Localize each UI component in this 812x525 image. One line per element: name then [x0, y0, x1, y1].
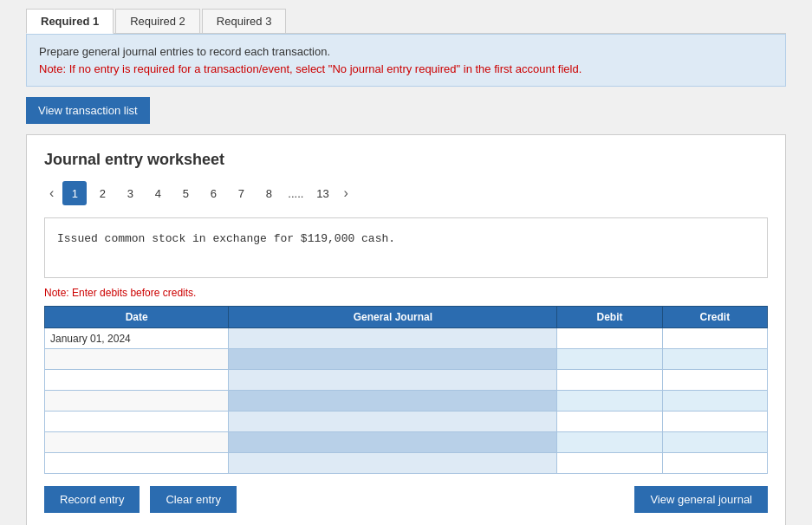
credit-cell[interactable]	[662, 370, 767, 391]
date-cell	[45, 370, 229, 391]
credit-cell[interactable]	[662, 453, 767, 474]
table-row	[45, 453, 768, 474]
debit-input-3[interactable]	[562, 374, 656, 386]
col-credit: Credit	[662, 307, 767, 328]
gj-cell[interactable]	[229, 412, 557, 432]
col-debit: Debit	[557, 307, 662, 328]
credit-cell[interactable]	[662, 412, 767, 432]
debit-input-4[interactable]	[562, 395, 656, 407]
table-row: January 01, 2024	[45, 328, 768, 349]
date-cell	[45, 432, 229, 453]
debit-input-7[interactable]	[562, 457, 656, 470]
tab-bar: Required 1 Required 2 Required 3	[26, 9, 786, 34]
table-row	[45, 412, 768, 432]
credit-input-5[interactable]	[668, 416, 762, 428]
table-row	[45, 432, 768, 453]
credit-input-7[interactable]	[668, 457, 762, 470]
gj-input-2[interactable]	[234, 353, 551, 366]
debit-input-1[interactable]	[562, 333, 656, 345]
table-row	[45, 391, 768, 412]
worksheet-card: Journal entry worksheet ‹ 1 2 3 4 5 6 7 …	[26, 134, 786, 525]
gj-cell[interactable]	[229, 391, 557, 412]
gj-cell[interactable]	[229, 432, 557, 453]
table-row	[45, 370, 768, 391]
page-ellipsis: .....	[284, 185, 307, 202]
action-buttons: Record entry Clear entry View general jo…	[44, 486, 768, 513]
gj-input-4[interactable]	[234, 395, 551, 407]
debit-input-6[interactable]	[562, 437, 656, 449]
credit-input-2[interactable]	[668, 353, 762, 366]
credit-input-6[interactable]	[668, 437, 762, 449]
col-date: Date	[45, 307, 229, 328]
page-1[interactable]: 1	[62, 181, 87, 205]
debit-input-2[interactable]	[562, 353, 656, 366]
credit-input-1[interactable]	[668, 333, 762, 345]
tab-required-1[interactable]: Required 1	[26, 9, 114, 34]
gj-input-5[interactable]	[234, 416, 551, 428]
debit-cell[interactable]	[557, 328, 662, 349]
page-8[interactable]: 8	[257, 181, 281, 205]
gj-cell[interactable]	[229, 349, 557, 370]
worksheet-title: Journal entry worksheet	[44, 151, 768, 169]
gj-input-1[interactable]	[234, 333, 551, 345]
transaction-description: Issued common stock in exchange for $119…	[44, 217, 768, 278]
credit-input-4[interactable]	[668, 395, 762, 407]
page-13[interactable]: 13	[310, 181, 335, 205]
page-2[interactable]: 2	[90, 181, 114, 205]
gj-input-6[interactable]	[234, 437, 551, 449]
instruction-box: Prepare general journal entries to recor…	[26, 34, 786, 87]
instruction-line1: Prepare general journal entries to recor…	[39, 43, 773, 61]
debit-cell[interactable]	[557, 412, 662, 432]
date-cell	[45, 391, 229, 412]
page-7[interactable]: 7	[229, 181, 253, 205]
gj-cell[interactable]	[229, 453, 557, 474]
view-general-journal-button[interactable]: View general journal	[634, 486, 768, 513]
tab-required-3[interactable]: Required 3	[202, 9, 287, 33]
date-cell: January 01, 2024	[45, 328, 229, 349]
clear-entry-button[interactable]: Clear entry	[150, 486, 237, 513]
debit-cell[interactable]	[557, 391, 662, 412]
gj-input-3[interactable]	[234, 374, 551, 386]
gj-cell[interactable]	[229, 328, 557, 349]
debit-input-5[interactable]	[562, 416, 656, 428]
instruction-line2: Note: If no entry is required for a tran…	[39, 61, 773, 78]
page-4[interactable]: 4	[146, 181, 170, 205]
date-cell	[45, 453, 229, 474]
pagination: ‹ 1 2 3 4 5 6 7 8 ..... 13 ›	[44, 181, 768, 205]
col-general-journal: General Journal	[229, 307, 557, 328]
credit-input-3[interactable]	[668, 374, 762, 386]
date-cell	[45, 412, 229, 432]
page-3[interactable]: 3	[118, 181, 142, 205]
note-text: Note: Enter debits before credits.	[44, 287, 768, 299]
table-row	[45, 349, 768, 370]
debit-cell[interactable]	[557, 349, 662, 370]
credit-cell[interactable]	[662, 349, 767, 370]
credit-cell[interactable]	[662, 328, 767, 349]
view-transaction-button[interactable]: View transaction list	[26, 97, 150, 124]
credit-cell[interactable]	[662, 432, 767, 453]
debit-cell[interactable]	[557, 370, 662, 391]
tab-required-2[interactable]: Required 2	[115, 9, 200, 33]
page-6[interactable]: 6	[201, 181, 225, 205]
date-cell	[45, 349, 229, 370]
prev-page-button[interactable]: ‹	[44, 184, 59, 203]
gj-input-7[interactable]	[234, 457, 551, 470]
record-entry-button[interactable]: Record entry	[44, 486, 140, 513]
debit-cell[interactable]	[557, 453, 662, 474]
debit-cell[interactable]	[557, 432, 662, 453]
credit-cell[interactable]	[662, 391, 767, 412]
journal-table: Date General Journal Debit Credit Januar…	[44, 306, 768, 474]
page-5[interactable]: 5	[173, 181, 198, 205]
next-page-button[interactable]: ›	[338, 184, 353, 203]
gj-cell[interactable]	[229, 370, 557, 391]
